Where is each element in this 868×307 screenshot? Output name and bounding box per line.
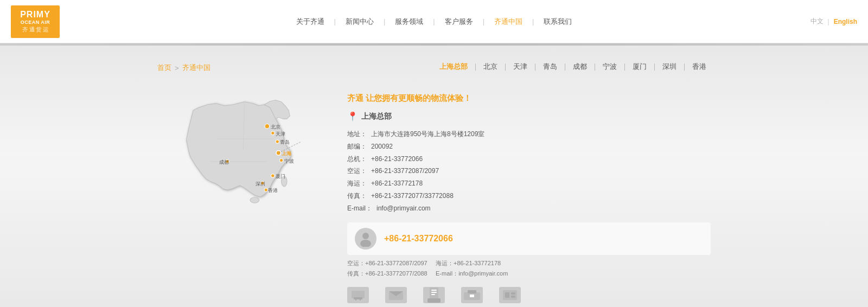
postcode-label: 邮编：	[347, 140, 367, 153]
nav-item-customer[interactable]: 客户服务	[435, 17, 483, 27]
bottom-icon-2	[385, 287, 407, 303]
extra-contacts: 空运：+86-21-33772087/2097 海运：+86-21-337721…	[347, 258, 711, 280]
lang-zh[interactable]: 中文	[810, 17, 824, 26]
sub-nav-sep-6: ｜	[621, 62, 628, 72]
main-content: 首页 > 齐通中国 上海总部 ｜ 北京 ｜ 天津 ｜ 青岛 ｜ 成都 ｜ 宁波 …	[0, 46, 868, 307]
sub-nav-shanghai[interactable]: 上海总部	[435, 62, 472, 72]
sub-nav-xiamen[interactable]: 厦门	[628, 62, 651, 72]
city-beijing-label: 北京	[271, 124, 280, 130]
sea-label: 海运：	[347, 177, 367, 190]
content-area: 首页 > 齐通中国 上海总部 ｜ 北京 ｜ 天津 ｜ 青岛 ｜ 成都 ｜ 宁波 …	[136, 62, 732, 307]
sub-nav-chengdu[interactable]: 成都	[569, 62, 591, 72]
sub-nav-sep-2: ｜	[502, 62, 509, 72]
city-beijing-dot[interactable]	[265, 124, 269, 129]
logo[interactable]: PRIMY OCEAN AIR 齐 通 货 运	[11, 5, 60, 38]
air-value: +86-21-33772087/2097	[371, 165, 439, 177]
svg-rect-9	[431, 290, 437, 291]
city-ningbo-dot[interactable]	[279, 158, 283, 162]
info-postcode-row: 邮编： 200092	[347, 140, 711, 153]
main-nav: 关于齐通 | 新闻中心 | 服务领域 | 客户服务 | 齐通中国 | 联系我们	[286, 17, 582, 27]
tel-value: +86-21-33772066	[371, 153, 423, 165]
contact-bar: +86-21-33772066	[347, 222, 711, 255]
sub-nav-beijing[interactable]: 北京	[479, 62, 502, 72]
breadcrumb-home[interactable]: 首页	[157, 63, 171, 73]
sub-nav-sep-3: ｜	[532, 62, 539, 72]
info-tagline: 齐通 让您拥有更顺畅的物流体验！	[347, 93, 711, 104]
info-address-row: 地址： 上海市大连路950号海上海8号楼1209室	[347, 128, 711, 140]
email-label: E-mail：	[347, 202, 372, 215]
address-label: 地址：	[347, 128, 367, 140]
postcode-value: 200092	[371, 140, 393, 153]
logo-line2: OCEAN AIR	[21, 20, 50, 25]
phone-big[interactable]: +86-21-33772066	[384, 234, 453, 244]
bottom-icon-5	[499, 287, 521, 303]
city-ningbo-label: 宁波	[284, 158, 294, 164]
header: PRIMY OCEAN AIR 齐 通 货 运 关于齐通 | 新闻中心 | 服务…	[0, 0, 868, 43]
info-details: 地址： 上海市大连路950号海上海8号楼1209室 邮编： 200092 总机：…	[347, 128, 711, 215]
svg-rect-3	[354, 297, 362, 299]
nav-item-about[interactable]: 关于齐通	[286, 17, 334, 27]
content-row: 北京 天津 青岛 上海 宁波 成都	[157, 93, 711, 279]
sub-nav-shenzhen[interactable]: 深圳	[658, 62, 681, 72]
svg-rect-14	[468, 290, 476, 293]
sub-nav-sep-7: ｜	[651, 62, 658, 72]
china-map: 北京 天津 青岛 上海 宁波 成都	[157, 93, 320, 213]
extra-email: E-mail：info@primyair.com	[436, 270, 508, 277]
sub-nav-ningbo[interactable]: 宁波	[598, 62, 621, 72]
lang-sep: |	[828, 18, 829, 25]
city-tianjin-dot[interactable]	[271, 131, 275, 135]
info-panel: 齐通 让您拥有更顺畅的物流体验！ 📍 上海总部 地址： 上海市大连路950号海上…	[336, 93, 711, 279]
sea-value: +86-21-33772178	[371, 177, 423, 190]
city-shanghai-dot[interactable]	[276, 151, 280, 155]
email-value: info@primyair.com	[376, 202, 431, 215]
svg-point-0	[362, 233, 369, 239]
sub-nav-qingdao[interactable]: 青岛	[539, 62, 561, 72]
nav-item-services[interactable]: 服务领域	[385, 17, 433, 27]
sub-nav-tianjin[interactable]: 天津	[509, 62, 532, 72]
svg-rect-18	[511, 292, 515, 295]
china-hainan	[250, 197, 259, 203]
office-name: 📍 上海总部	[347, 111, 711, 121]
city-hongkong-dot[interactable]	[264, 188, 267, 191]
city-chengdu-label: 成都	[219, 159, 229, 165]
svg-rect-8	[430, 287, 438, 299]
sub-nav-sep-8: ｜	[681, 62, 688, 72]
office-name-text: 上海总部	[361, 112, 392, 121]
sub-nav-sep-4: ｜	[561, 62, 569, 72]
address-value: 上海市大连路950号海上海8号楼1209室	[371, 128, 484, 140]
svg-rect-16	[503, 290, 517, 300]
map-container: 北京 天津 青岛 上海 宁波 成都	[157, 93, 320, 213]
tel-label: 总机：	[347, 153, 367, 165]
breadcrumb-current: 齐通中国	[182, 63, 210, 73]
icon-shape-1	[347, 287, 369, 303]
logo-area: PRIMY OCEAN AIR 齐 通 货 运	[11, 5, 60, 38]
icon-shape-2	[385, 287, 407, 303]
svg-rect-15	[470, 295, 474, 297]
fax-value: +86-21-33772077/33772088	[371, 190, 454, 202]
city-xiamen-label: 厦门	[276, 173, 285, 179]
extra-sea: 海运：+86-21-33772178	[436, 260, 501, 266]
nav-item-china[interactable]: 齐通中国	[484, 17, 532, 27]
bottom-icon-4	[461, 287, 483, 303]
logo-line3: 齐 通 货 运	[22, 26, 48, 34]
nav-item-news[interactable]: 新闻中心	[336, 17, 384, 27]
city-shanghai-label: 上海	[282, 150, 292, 156]
info-email-row: E-mail： info@primyair.com	[347, 202, 711, 215]
icon-shape-4	[461, 287, 483, 303]
sub-nav-sep-1: ｜	[472, 62, 479, 72]
city-qingdao-dot[interactable]	[276, 140, 279, 143]
logo-line1: PRIMY	[20, 10, 50, 20]
nav-item-contact[interactable]: 联系我们	[534, 17, 582, 27]
info-tel-row: 总机： +86-21-33772066	[347, 153, 711, 165]
svg-rect-17	[505, 292, 509, 298]
city-tianjin-label: 天津	[276, 131, 285, 137]
city-xiamen-dot[interactable]	[271, 174, 275, 177]
lang-en[interactable]: English	[834, 18, 857, 25]
icon-shape-3	[423, 287, 445, 303]
icon-shape-5	[499, 287, 521, 303]
extra-air: 空运：+86-21-33772087/2097	[347, 260, 427, 266]
svg-point-1	[360, 240, 371, 247]
language-switcher: 中文 | English	[810, 17, 857, 26]
sub-nav-hongkong[interactable]: 香港	[688, 62, 711, 72]
bottom-icons-bar	[157, 279, 711, 307]
